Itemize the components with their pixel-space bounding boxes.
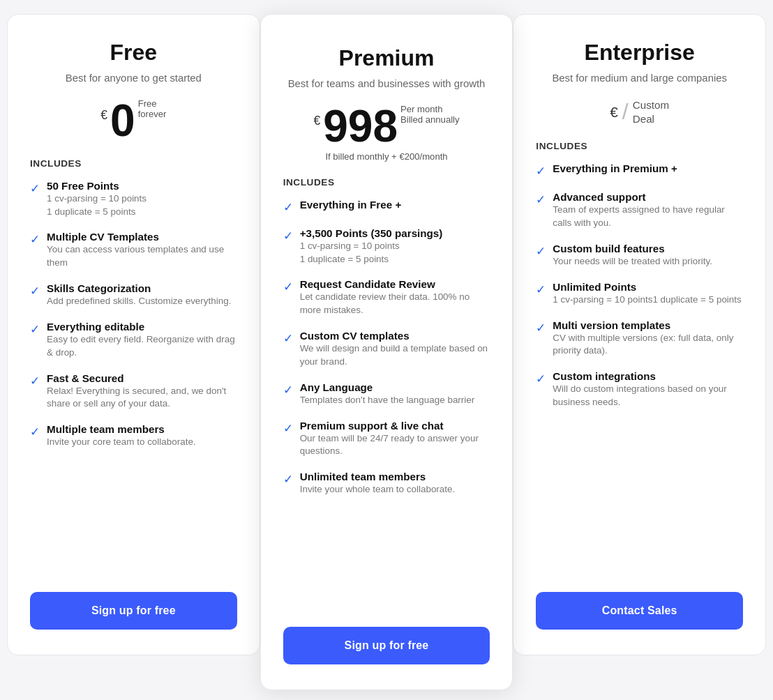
feature-text: Multi version templatesCV with multiple … bbox=[553, 319, 743, 358]
feature-item: ✓Custom integrationsWill do custom integ… bbox=[536, 370, 743, 409]
feature-text: Everything editableEasy to edit every fi… bbox=[47, 321, 237, 360]
free-subtitle: Best for anyone to get started bbox=[30, 71, 237, 86]
enterprise-subtitle: Best for medium and large companies bbox=[536, 71, 743, 86]
premium-includes-label: INCLUDES bbox=[283, 177, 490, 188]
enterprise-feature-list: ✓Everything in Premium +✓Advanced suppor… bbox=[536, 162, 743, 570]
check-icon: ✓ bbox=[283, 200, 293, 215]
feature-item: ✓Fast & SecuredRelax! Everything is secu… bbox=[30, 372, 237, 411]
feature-desc: 1 cv-parsing = 10 points 1 duplicate = 5… bbox=[300, 240, 443, 266]
feature-desc: Our team will be 24/7 ready to answer yo… bbox=[300, 432, 490, 459]
feature-text: +3,500 Points (350 parsings)1 cv-parsing… bbox=[300, 227, 443, 266]
feature-title: Request Candidate Review bbox=[300, 278, 490, 290]
feature-desc: CV with multiple versions (ex: full data… bbox=[553, 332, 743, 358]
free-price-row: €0Freeforever bbox=[30, 98, 237, 143]
feature-item: ✓Skills CategorizationAdd predefined ski… bbox=[30, 282, 237, 308]
feature-desc: We will design and build a template base… bbox=[300, 342, 490, 369]
enterprise-title: Enterprise bbox=[536, 40, 743, 66]
premium-price-note: If billed monthly + €200/month bbox=[283, 151, 490, 162]
check-icon: ✓ bbox=[536, 192, 546, 207]
feature-item: ✓Premium support & live chatOur team wil… bbox=[283, 420, 490, 459]
feature-desc: Invite your whole team to collaborate. bbox=[300, 483, 456, 496]
feature-title: Multiple CV Templates bbox=[47, 231, 237, 243]
check-icon: ✓ bbox=[30, 232, 40, 247]
feature-text: Advanced supportTeam of experts assigned… bbox=[553, 191, 743, 230]
enterprise-slash: / bbox=[622, 99, 629, 125]
feature-text: Everything in Premium + bbox=[553, 162, 677, 174]
premium-title: Premium bbox=[283, 45, 490, 71]
feature-desc: Your needs will be treated with priority… bbox=[553, 255, 712, 268]
feature-desc: 1 cv-parsing = 10 points 1 duplicate = 5… bbox=[47, 192, 147, 219]
check-icon: ✓ bbox=[30, 374, 40, 388]
free-amount: 0 bbox=[110, 98, 135, 143]
feature-text: Unlimited team membersInvite your whole … bbox=[300, 471, 456, 496]
feature-item: ✓Any LanguageTemplates don't have the la… bbox=[283, 381, 490, 407]
check-icon: ✓ bbox=[283, 331, 293, 346]
feature-item: ✓Advanced supportTeam of experts assigne… bbox=[536, 191, 743, 230]
free-feature-list: ✓50 Free Points1 cv-parsing = 10 points … bbox=[30, 180, 237, 570]
check-icon: ✓ bbox=[283, 421, 293, 436]
feature-title: 50 Free Points bbox=[47, 180, 147, 192]
feature-text: Custom integrationsWill do custom integr… bbox=[553, 370, 743, 409]
feature-text: Unlimited Points1 cv-parsing = 10 points… bbox=[553, 281, 741, 307]
feature-title: Premium support & live chat bbox=[300, 420, 490, 432]
feature-desc: Team of experts assigned to have regular… bbox=[553, 204, 743, 230]
feature-title: Unlimited Points bbox=[553, 281, 741, 293]
feature-text: Premium support & live chatOur team will… bbox=[300, 420, 490, 459]
enterprise-price-row: €/Custom Deal bbox=[536, 98, 743, 126]
pricing-container: FreeBest for anyone to get started€0Free… bbox=[7, 14, 766, 690]
pricing-card-premium: PremiumBest for teams and businesses wit… bbox=[260, 14, 513, 690]
check-icon: ✓ bbox=[536, 321, 546, 335]
check-icon: ✓ bbox=[283, 280, 293, 294]
feature-title: Multi version templates bbox=[553, 319, 743, 331]
free-suffix: Freeforever bbox=[138, 98, 167, 119]
feature-desc: 1 cv-parsing = 10 points1 duplicate = 5 … bbox=[553, 294, 741, 307]
feature-item: ✓Everything editableEasy to edit every f… bbox=[30, 321, 237, 360]
check-icon: ✓ bbox=[30, 425, 40, 439]
feature-item: ✓Everything in Free + bbox=[283, 199, 490, 215]
feature-text: Everything in Free + bbox=[300, 199, 402, 211]
feature-text: Skills CategorizationAdd predefined skil… bbox=[47, 282, 231, 308]
feature-text: Custom CV templatesWe will design and bu… bbox=[300, 330, 490, 369]
feature-text: Any LanguageTemplates don't have the lan… bbox=[300, 381, 475, 407]
premium-feature-list: ✓Everything in Free +✓+3,500 Points (350… bbox=[283, 199, 490, 604]
feature-title: Unlimited team members bbox=[300, 471, 456, 482]
feature-item: ✓Custom build featuresYour needs will be… bbox=[536, 243, 743, 268]
premium-currency: € bbox=[313, 114, 320, 128]
premium-suffix: Per monthBilled annually bbox=[400, 104, 460, 125]
feature-title: Advanced support bbox=[553, 191, 743, 203]
feature-title: Custom integrations bbox=[553, 370, 743, 382]
enterprise-includes-label: INCLUDES bbox=[536, 141, 743, 151]
feature-item: ✓Multiple team membersInvite your core t… bbox=[30, 423, 237, 449]
feature-title: Everything editable bbox=[47, 321, 237, 333]
feature-title: Everything in Free + bbox=[300, 199, 402, 211]
premium-cta-button[interactable]: Sign up for free bbox=[283, 627, 490, 664]
check-icon: ✓ bbox=[283, 229, 293, 243]
feature-title: Multiple team members bbox=[47, 423, 196, 435]
feature-title: +3,500 Points (350 parsings) bbox=[300, 227, 443, 239]
feature-desc: You can access various templates and use… bbox=[47, 243, 237, 270]
enterprise-cta-button[interactable]: Contact Sales bbox=[536, 592, 743, 630]
feature-title: Fast & Secured bbox=[47, 372, 237, 384]
free-cta-button[interactable]: Sign up for free bbox=[30, 592, 237, 630]
check-icon: ✓ bbox=[283, 472, 293, 487]
feature-desc: Let candidate review their data. 100% no… bbox=[300, 291, 490, 317]
feature-desc: Relax! Everything is secured, and, we do… bbox=[47, 385, 237, 411]
feature-item: ✓50 Free Points1 cv-parsing = 10 points … bbox=[30, 180, 237, 219]
pricing-card-free: FreeBest for anyone to get started€0Free… bbox=[7, 14, 260, 655]
premium-price-row: €998Per monthBilled annually bbox=[283, 104, 490, 149]
check-icon: ✓ bbox=[536, 372, 546, 386]
feature-desc: Add predefined skills. Customize everyth… bbox=[47, 295, 231, 308]
feature-title: Custom CV templates bbox=[300, 330, 490, 342]
feature-item: ✓Multi version templatesCV with multiple… bbox=[536, 319, 743, 358]
feature-item: ✓Request Candidate ReviewLet candidate r… bbox=[283, 278, 490, 317]
check-icon: ✓ bbox=[536, 282, 546, 297]
free-currency: € bbox=[100, 108, 107, 123]
check-icon: ✓ bbox=[30, 322, 40, 337]
enterprise-currency: € bbox=[610, 104, 618, 121]
check-icon: ✓ bbox=[30, 284, 40, 298]
feature-title: Skills Categorization bbox=[47, 282, 231, 294]
premium-amount: 998 bbox=[323, 104, 398, 149]
feature-text: Request Candidate ReviewLet candidate re… bbox=[300, 278, 490, 317]
feature-text: Multiple team membersInvite your core te… bbox=[47, 423, 196, 449]
check-icon: ✓ bbox=[30, 181, 40, 196]
